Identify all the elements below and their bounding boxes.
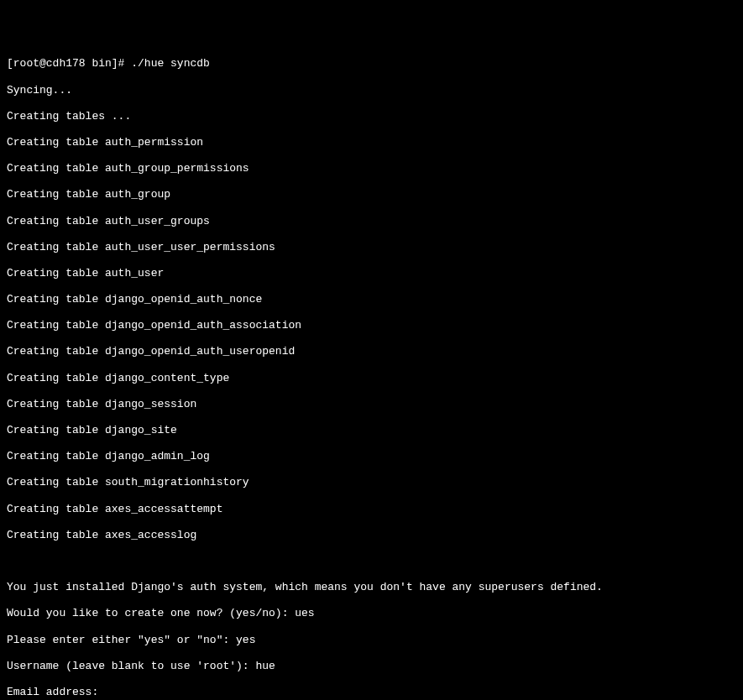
output-line: Creating table django_openid_auth_associ… [7,319,736,332]
output-line: Creating table axes_accessattempt [7,503,736,516]
output-line: Email address: [7,686,736,699]
output-line: Syncing... [7,84,736,97]
output-line: Creating table axes_accesslog [7,529,736,542]
output-line: Creating table auth_group_permissions [7,162,736,175]
terminal-prompt: [root@cdh178 bin]# ./hue syncdb [7,57,736,71]
output-line: Creating table django_content_type [7,372,736,385]
output-line: Creating table django_openid_auth_nonce [7,293,736,306]
output-line: Creating table south_migrationhistory [7,476,736,489]
blank-line [7,555,736,568]
output-line: Creating table auth_user [7,267,736,280]
output-line: Please enter either "yes" or "no": yes [7,634,736,647]
output-line: Creating table django_admin_log [7,450,736,463]
output-line: Would you like to create one now? (yes/n… [7,607,736,620]
output-line: Creating tables ... [7,110,736,123]
output-line: Creating table django_site [7,424,736,437]
output-line: Username (leave blank to use 'root'): hu… [7,660,736,673]
output-line: Creating table auth_user_groups [7,215,736,228]
output-line: Creating table auth_permission [7,136,736,149]
output-line: Creating table django_openid_auth_userop… [7,345,736,358]
output-line: You just installed Django's auth system,… [7,581,736,594]
output-line: Creating table django_session [7,398,736,411]
output-line: Creating table auth_user_user_permission… [7,241,736,254]
output-line: Creating table auth_group [7,188,736,201]
